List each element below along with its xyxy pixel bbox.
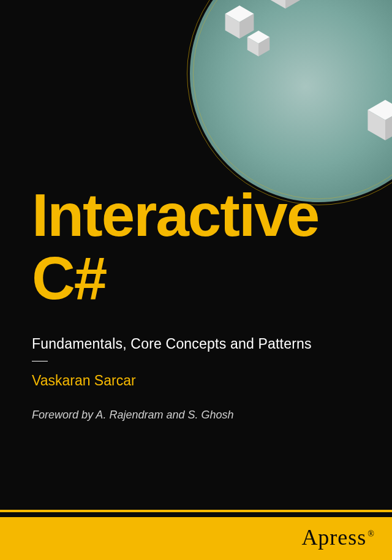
book-title: Interactive C#: [32, 184, 368, 310]
title-line-1: Interactive: [32, 181, 318, 249]
title-block: Interactive C# Fundamentals, Core Concep…: [32, 184, 368, 422]
publisher-logo: Apress®: [301, 524, 375, 550]
footer-band: Apress®: [0, 499, 392, 560]
author-name: Vaskaran Sarcar: [32, 373, 368, 389]
accent-stripe-thin: [0, 510, 392, 512]
publisher-name: Apress: [301, 525, 366, 550]
title-line-2: C#: [32, 244, 106, 312]
book-subtitle: Fundamentals, Core Concepts and Patterns: [32, 336, 368, 352]
registered-mark: ®: [368, 529, 375, 539]
divider-rule: [32, 361, 48, 361]
foreword-credit: Foreword by A. Rajendram and S. Ghosh: [32, 409, 368, 422]
